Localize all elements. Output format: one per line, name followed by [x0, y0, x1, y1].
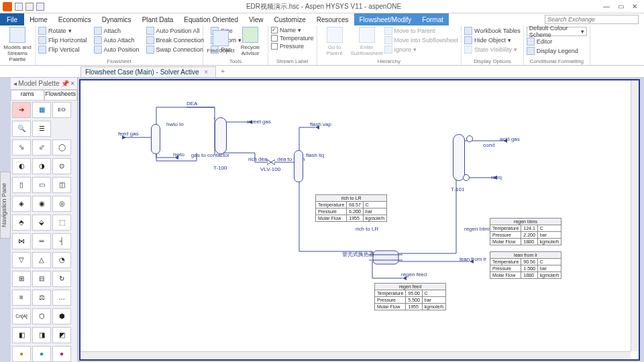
name-check[interactable]: Name ▾ — [271, 27, 314, 34]
pal-cooler-icon[interactable]: ◉ — [32, 196, 51, 212]
pal-ctrlv-icon[interactable]: ▽ — [12, 252, 31, 268]
flash-vessel[interactable] — [294, 150, 303, 182]
pal-compressor-icon[interactable]: ◐ — [12, 158, 31, 174]
colour-scheme-dropdown[interactable]: Default Colour Scheme▾ — [527, 27, 587, 36]
table-regen-btms[interactable]: regen btms Temperature124.1C Pressure2.2… — [490, 218, 561, 245]
navigation-pane-tab[interactable]: Navigation Pane — [0, 172, 11, 239]
break-connection-button[interactable]: Break Connection — [146, 36, 205, 44]
workbook-tables-button[interactable]: Workbook Tables — [464, 27, 521, 35]
table-rich-to-lr[interactable]: rich to LR Temperature68.57C Pressure6.2… — [315, 194, 387, 222]
vertical-scrollbar[interactable] — [631, 80, 639, 351]
pal-c-icon[interactable]: ◩ — [52, 327, 71, 343]
tab-add-icon[interactable]: + — [217, 68, 228, 75]
palette-button[interactable]: Models and Streams Palette — [3, 27, 32, 62]
pal-d-icon[interactable]: ● — [12, 346, 31, 362]
rotate-button[interactable]: Rotate ▾ — [38, 27, 87, 35]
pal-pump-icon[interactable]: ⊙ — [52, 158, 71, 174]
pal-cna-icon[interactable]: Cn[A] — [12, 308, 31, 324]
flowsheet-canvas[interactable]: feed gas DEA hwto In hwto gas to contact… — [79, 79, 640, 361]
close-button[interactable]: ✕ — [632, 3, 637, 10]
pal-set-icon[interactable]: ≡ — [12, 290, 31, 306]
valve-vlv100[interactable] — [267, 160, 275, 165]
condenser[interactable] — [466, 135, 473, 142]
pal-a-icon[interactable]: ◧ — [12, 327, 31, 343]
flowsheet-main-tab[interactable]: Flowsheet Case (Main) - Solver Active × — [80, 66, 216, 77]
pal-heater-icon[interactable]: ◎ — [52, 196, 71, 212]
menu-economics[interactable]: Economics — [53, 13, 97, 25]
pal-reactor-icon[interactable]: ▭ — [32, 177, 51, 193]
palette-tab-rams[interactable]: rams — [11, 90, 44, 101]
palette-pin-icon[interactable]: 📌 — [61, 80, 69, 87]
menu-customize[interactable]: Customize — [268, 13, 311, 25]
regen-t101[interactable] — [453, 134, 465, 181]
menu-resources[interactable]: Resources — [311, 13, 354, 25]
ignore-button[interactable]: Ignore ▾ — [384, 46, 459, 54]
enter-subflowsheet-button[interactable]: Enter Subflowsheet — [352, 27, 382, 56]
pal-relief-icon[interactable]: △ — [32, 252, 51, 268]
pal-stream-icon[interactable]: ➔ — [12, 102, 31, 118]
table-lean-from-lr[interactable]: lean from lr Temperature90.56C Pressure1… — [490, 251, 561, 279]
state-visibility-button[interactable]: State Visibility ▾ — [464, 46, 521, 54]
contactor-t100[interactable] — [215, 117, 227, 154]
pal-tee-icon[interactable]: ⬃ — [32, 139, 51, 156]
pal-vessel-icon[interactable]: ◯ — [52, 139, 71, 156]
qat-undo-icon[interactable] — [25, 3, 34, 11]
palette-tab-flowsheets[interactable]: Flowsheets — [44, 90, 78, 101]
pal-tank-icon[interactable]: ◫ — [52, 177, 71, 193]
search-input[interactable] — [545, 15, 639, 24]
menu-dynamics[interactable]: Dynamics — [97, 13, 137, 25]
menu-home[interactable]: Home — [24, 13, 53, 25]
pal-column-icon[interactable]: ▯ — [12, 177, 31, 193]
file-menu[interactable]: File — [0, 13, 24, 25]
hide-object-button[interactable]: Hide Object ▾ — [464, 36, 521, 44]
inlet-separator[interactable] — [151, 124, 160, 154]
flip-v-button[interactable]: Flip Vertical — [38, 46, 87, 54]
pal-gauge-icon[interactable]: ◔ — [52, 252, 71, 268]
qat-redo-icon[interactable] — [36, 3, 44, 11]
pal-search-icon[interactable]: 🔍 — [12, 121, 31, 137]
flip-h-button[interactable]: Flip Horizontal — [38, 36, 87, 44]
pal-e-icon[interactable]: ● — [32, 346, 51, 362]
auto-attach-button[interactable]: Auto Attach — [94, 36, 140, 44]
table-regen-feed[interactable]: regen feed Temperature95.00C Pressure5.5… — [374, 283, 446, 310]
recycle-advisor-button[interactable]: Recycle Advisor — [235, 27, 265, 56]
qat-save-icon[interactable] — [15, 3, 23, 11]
pal-valve-icon[interactable]: ⋈ — [12, 233, 31, 249]
pal-balance-icon[interactable]: ⚖ — [32, 290, 51, 306]
minimize-button[interactable]: — — [603, 3, 610, 10]
maximize-button[interactable]: ▭ — [618, 3, 624, 10]
pal-mixer-icon[interactable]: ⬂ — [12, 139, 31, 156]
pal-filter-icon[interactable]: ☰ — [32, 121, 51, 137]
goto-parent-button[interactable]: Go to Parent — [320, 27, 350, 56]
pal-b-icon[interactable]: ◨ — [32, 327, 51, 343]
menu-flowsheet-modify[interactable]: Flowsheet/Modify — [354, 13, 417, 25]
auto-position-all-button[interactable]: Auto Position All — [146, 27, 205, 35]
pal-tee2-icon[interactable]: ┤ — [52, 233, 71, 249]
pal-misc-icon[interactable]: … — [52, 290, 71, 306]
menu-equation-oriented[interactable]: Equation Oriented — [178, 13, 244, 25]
move-to-parent-button[interactable]: Move to Parent — [384, 27, 459, 35]
swap-connection-button[interactable]: Swap Connection — [146, 46, 205, 54]
pal-expander-icon[interactable]: ◑ — [32, 158, 51, 174]
palette-close-icon[interactable]: × — [70, 80, 74, 87]
pal-eo-icon[interactable]: EO — [52, 102, 71, 118]
pal-spread-icon[interactable]: ⊞ — [12, 271, 31, 287]
pal-adjust-icon[interactable]: ⊟ — [32, 271, 51, 287]
pressure-check[interactable]: Pressure — [271, 43, 314, 50]
pal-hx-icon[interactable]: ◈ — [12, 196, 31, 212]
pal-flash-icon[interactable]: ⬙ — [32, 215, 51, 231]
search-exchange[interactable] — [545, 15, 639, 24]
pal-recycle-icon[interactable]: ↻ — [52, 271, 71, 287]
menu-format[interactable]: Format — [417, 13, 449, 25]
editor-button[interactable]: Editor — [527, 38, 587, 46]
horizontal-scrollbar[interactable] — [80, 351, 631, 359]
pal-unit-icon[interactable]: ▦ — [32, 102, 51, 118]
menu-view[interactable]: View — [244, 13, 269, 25]
pal-pipe-icon[interactable]: ═ — [32, 233, 51, 249]
menu-plant-data[interactable]: Plant Data — [137, 13, 179, 25]
pal-f-icon[interactable]: ● — [52, 346, 71, 362]
auto-position-button[interactable]: Auto Position — [94, 46, 140, 54]
reboiler[interactable] — [463, 174, 470, 181]
attach-button[interactable]: Attach — [94, 27, 140, 35]
pal-sep-icon[interactable]: ⬘ — [12, 215, 31, 231]
